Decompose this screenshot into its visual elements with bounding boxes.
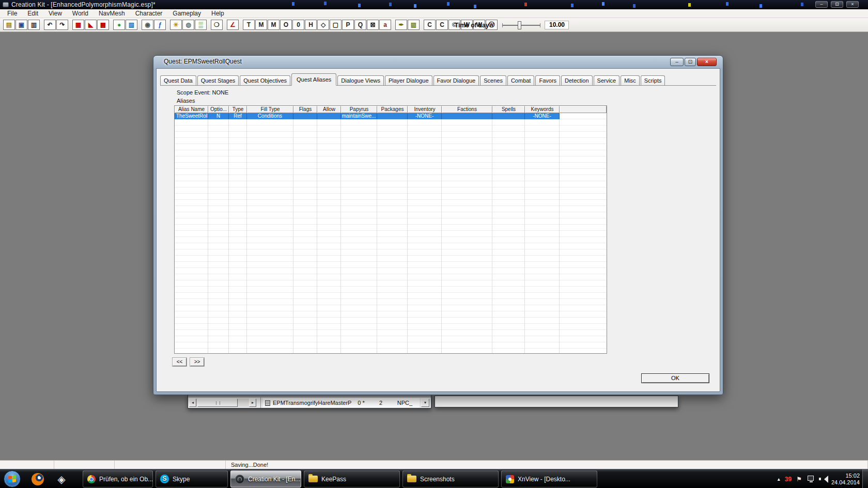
temperature-badge[interactable]: 39 (785, 476, 792, 483)
column-header[interactable]: Type (229, 106, 247, 113)
taskbar-button[interactable]: Prüfen, ob ein Ob... (83, 470, 153, 487)
toolbar-button-toggle-P[interactable]: P (342, 20, 354, 30)
tab[interactable]: Combat (507, 75, 535, 85)
toolbar-button-filtered-dialogue[interactable]: ❍ (211, 20, 223, 30)
object-list-row[interactable]: EPMTransmogrifyHareMasterPoly 0 * 2 NPC_ (263, 398, 420, 407)
column-header[interactable]: Factions (442, 106, 492, 113)
column-header[interactable]: Fill Type (247, 106, 293, 113)
menu-item[interactable]: World (67, 9, 94, 18)
toolbar-button-toggle-Q[interactable]: Q (354, 20, 366, 30)
toolbar-button-undo[interactable]: ↶ (44, 20, 56, 30)
taskbar-button[interactable]: Skype (156, 470, 228, 487)
column-header[interactable]: Flags (293, 106, 317, 113)
taskbar-button[interactable]: Screenshots (402, 470, 499, 487)
toolbar-button[interactable] (420, 20, 423, 30)
column-header[interactable]: Allow (317, 106, 341, 113)
clock[interactable]: 15:02 24.04.2014 (831, 473, 860, 486)
taskbar-launcher[interactable] (50, 470, 73, 487)
toolbar-button-toggle-grass[interactable]: ▒ (195, 20, 207, 30)
action-center-icon[interactable]: ⚑ (796, 476, 802, 483)
table-row[interactable]: TheSweetRollNRefConditionsmaintainSwe...… (175, 113, 560, 119)
pane-splitter[interactable] (260, 395, 261, 408)
toolbar-button-toggle-box[interactable]: ▢ (330, 20, 342, 30)
menu-item[interactable]: View (43, 9, 67, 18)
network-icon[interactable] (807, 476, 814, 482)
ok-button[interactable]: OK (641, 373, 709, 383)
toolbar-button[interactable] (138, 20, 141, 30)
app-close-button[interactable]: × (846, 1, 859, 8)
app-restore-button[interactable]: ⊡ (831, 1, 843, 8)
tab[interactable]: Detection (561, 75, 592, 85)
toolbar-button[interactable] (40, 20, 43, 30)
menu-item[interactable]: Edit (22, 9, 43, 18)
slider-thumb[interactable] (518, 21, 521, 29)
toolbar-button-snap-to-angle[interactable]: ◣ (85, 20, 97, 30)
time-of-day-value[interactable]: 10.00 (545, 21, 569, 29)
dialog-maximize-button[interactable]: ⊡ (685, 58, 696, 66)
tab[interactable]: Service (594, 75, 620, 85)
next-page-button[interactable]: >> (190, 358, 204, 366)
horizontal-scrollbar[interactable]: ◂ ▸ (189, 399, 256, 407)
toolbar-button-toggle-M2[interactable]: M (268, 20, 280, 30)
volume-icon[interactable] (819, 476, 827, 482)
column-header[interactable]: Spells (492, 106, 525, 113)
column-header[interactable]: Optio... (208, 106, 229, 113)
toolbar-button-redo[interactable]: ↷ (56, 20, 68, 30)
tab[interactable]: Quest Objectives (240, 75, 290, 85)
toolbar-button-open[interactable]: ▤ (3, 20, 15, 30)
toolbar-button[interactable] (223, 20, 226, 30)
column-header[interactable]: Packages (377, 106, 408, 113)
column-header[interactable]: Papyrus (341, 106, 377, 113)
slider-track[interactable] (502, 25, 540, 26)
toolbar-button-furniture-marker[interactable]: ▨ (408, 20, 420, 30)
toolbar-button-world-sphere[interactable]: ● (113, 20, 125, 30)
tab[interactable]: Favor Dialogue (433, 75, 479, 85)
start-button[interactable] (4, 470, 21, 487)
tab[interactable]: Quest Data (160, 75, 196, 85)
taskbar-launcher[interactable] (26, 470, 50, 487)
scroll-thumb[interactable] (197, 399, 238, 407)
toolbar-button-toggle-C2[interactable]: C (436, 20, 448, 30)
tab[interactable]: Quest Aliases (291, 73, 336, 86)
tab[interactable]: Favors (535, 75, 560, 85)
toolbar-button[interactable] (207, 20, 210, 30)
toolbar-button-toggle-sky[interactable]: ◍ (182, 20, 194, 30)
toolbar-button[interactable] (392, 20, 395, 30)
toolbar-button-toggle-H[interactable]: H (305, 20, 317, 30)
menu-item[interactable]: Gameplay (167, 9, 206, 18)
toolbar-button-toggle-cube[interactable]: ◇ (317, 20, 329, 30)
menu-item[interactable]: Help (206, 9, 229, 18)
column-header[interactable]: Inventory (408, 106, 442, 113)
show-desktop-button[interactable] (862, 469, 868, 488)
tab[interactable]: Scripts (641, 75, 665, 85)
tab[interactable]: Player Dialogue (385, 75, 432, 85)
toolbar-button-toggle-T[interactable]: T (243, 20, 255, 30)
toolbar-button-toggle-O[interactable]: O (280, 20, 292, 30)
menu-item[interactable]: File (2, 9, 22, 18)
time-of-day-slider[interactable] (502, 20, 540, 30)
table-body[interactable]: TheSweetRollNRefConditionsmaintainSwe...… (175, 113, 607, 353)
tab[interactable]: Quest Stages (197, 75, 239, 85)
toolbar-button-preferences[interactable]: ▥ (28, 20, 40, 30)
toolbar-button-run-fx[interactable]: ƒ (154, 20, 166, 30)
toolbar-button-toggle-C[interactable]: C (424, 20, 436, 30)
toolbar-button-toggle-AS[interactable]: a (379, 20, 391, 30)
column-header[interactable]: Keywords (525, 106, 560, 113)
tab[interactable]: Misc (621, 75, 640, 85)
taskbar-button[interactable]: XnView - [Deskto... (501, 470, 597, 487)
toolbar-button[interactable] (239, 20, 242, 30)
toolbar-button-landscape-edit[interactable]: ▧ (126, 20, 137, 30)
taskbar-button[interactable]: KeePass (304, 470, 400, 487)
dialog-minimize-button[interactable]: – (670, 58, 684, 66)
scroll-left-button[interactable]: ◂ (189, 399, 196, 407)
menu-item[interactable]: NavMesh (94, 9, 130, 18)
toolbar-button-pick-object[interactable]: ✒ (395, 20, 407, 30)
dropdown-button[interactable]: ▾ (421, 399, 429, 407)
toolbar-button-toggle-lights[interactable]: ☀ (170, 20, 182, 30)
column-header[interactable]: Alias Name (175, 106, 208, 113)
prev-page-button[interactable]: << (173, 358, 187, 366)
taskbar-button[interactable]: Creation Kit - [En... (230, 470, 301, 487)
toolbar-button-snap-to-grid[interactable]: ▦ (72, 20, 84, 30)
show-hidden-icons-button[interactable]: ▴ (778, 476, 780, 482)
scroll-right-button[interactable]: ▸ (249, 399, 256, 407)
